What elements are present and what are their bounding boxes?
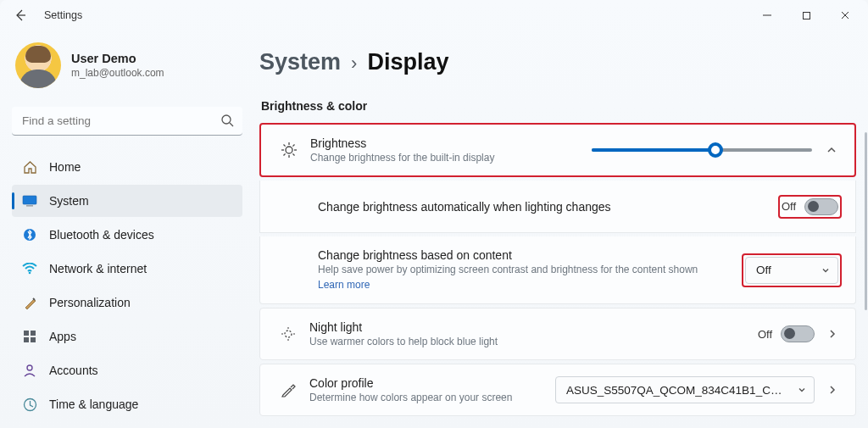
svg-rect-6 [24, 331, 29, 336]
chevron-up-icon [826, 144, 837, 156]
chevron-right-icon [826, 384, 838, 396]
sidebar-item-home[interactable]: Home [12, 151, 242, 183]
eyedropper-icon [275, 381, 301, 398]
auto-brightness-row: Change brightness automatically when lig… [259, 181, 856, 233]
apps-icon [22, 329, 37, 344]
night-light-icon [275, 325, 301, 342]
home-icon [22, 159, 37, 175]
sidebar-item-label: Apps [49, 330, 76, 343]
back-button[interactable] [8, 3, 32, 27]
scrollbar[interactable] [865, 132, 867, 310]
sidebar-item-accounts[interactable]: Accounts [12, 354, 242, 386]
chevron-down-icon [797, 385, 807, 395]
breadcrumb-current: Display [367, 49, 448, 75]
content-brightness-dropdown[interactable]: Off [745, 257, 838, 284]
svg-point-13 [285, 331, 292, 337]
brightness-title: Brightness [310, 136, 592, 150]
titlebar: Settings [0, 0, 868, 31]
brightness-slider[interactable] [592, 141, 812, 159]
nav-list: Home System Bluetooth & devices Network … [12, 151, 242, 420]
brightness-subtitle: Change brightness for the built-in displ… [310, 152, 592, 164]
breadcrumb: System › Display [259, 49, 856, 75]
clock-globe-icon [22, 397, 37, 412]
sidebar-item-label: System [49, 194, 89, 208]
svg-rect-2 [23, 196, 36, 204]
auto-brightness-title: Change brightness automatically when lig… [318, 200, 778, 214]
svg-point-5 [29, 272, 31, 275]
night-light-title: Night light [309, 320, 758, 334]
minimize-icon [762, 10, 772, 20]
sidebar-item-personalization[interactable]: Personalization [12, 286, 242, 319]
section-title: Brightness & color [261, 99, 856, 113]
color-profile-dropdown[interactable]: ASUS_S5507QA_QCOM_834C41B1_CMDEF [555, 376, 815, 403]
profile-block[interactable]: User Demo m_lab@outlook.com [12, 39, 242, 103]
night-light-state: Off [758, 328, 772, 341]
content-brightness-row: Change brightness based on content Help … [259, 236, 856, 304]
bluetooth-icon [22, 227, 37, 242]
avatar [15, 42, 61, 88]
accounts-icon [22, 363, 37, 378]
svg-point-1 [222, 115, 231, 124]
chevron-right-icon: › [351, 53, 357, 75]
svg-rect-7 [31, 331, 36, 336]
content-brightness-title: Change brightness based on content [318, 248, 742, 262]
color-profile-subtitle: Determine how colors appear on your scre… [309, 392, 555, 403]
window-title: Settings [44, 9, 82, 21]
main-panel: System › Display Brightness & color Brig… [254, 31, 868, 428]
sidebar-item-time-language[interactable]: Time & language [12, 388, 242, 420]
sidebar-item-label: Bluetooth & devices [49, 228, 154, 242]
sidebar: User Demo m_lab@outlook.com Home System [0, 31, 254, 428]
sidebar-item-label: Network & internet [49, 262, 147, 275]
brightness-row[interactable]: Brightness Change brightness for the bui… [259, 123, 856, 177]
user-email: m_lab@outlook.com [71, 67, 164, 79]
sidebar-item-label: Accounts [49, 364, 98, 377]
content-brightness-subtitle: Help save power by optimizing screen con… [318, 264, 742, 275]
learn-more-link[interactable]: Learn more [318, 279, 370, 291]
chevron-down-icon [821, 265, 831, 275]
system-icon [22, 193, 37, 208]
sidebar-item-label: Personalization [49, 296, 131, 309]
minimize-button[interactable] [748, 0, 787, 31]
auto-brightness-toggle[interactable] [804, 198, 838, 215]
search-icon [220, 114, 234, 131]
svg-point-12 [286, 147, 292, 153]
maximize-icon [802, 11, 811, 20]
auto-brightness-state: Off [782, 200, 796, 213]
maximize-button[interactable] [787, 0, 826, 31]
night-light-expand[interactable] [823, 328, 842, 340]
svg-rect-9 [31, 337, 36, 342]
sidebar-item-apps[interactable]: Apps [12, 320, 242, 353]
paintbrush-icon [22, 295, 37, 310]
settings-window: Settings User Demo m_lab@outlook.com [0, 0, 868, 428]
svg-point-10 [27, 365, 32, 370]
search-input[interactable] [12, 107, 242, 136]
content-brightness-value: Off [756, 264, 771, 276]
svg-rect-8 [24, 337, 29, 342]
close-button[interactable] [826, 0, 865, 31]
night-light-toggle[interactable] [781, 325, 815, 342]
color-profile-expand[interactable] [823, 384, 842, 396]
color-profile-title: Color profile [309, 376, 555, 390]
sidebar-item-label: Time & language [49, 397, 138, 411]
arrow-left-icon [14, 8, 27, 22]
night-light-row[interactable]: Night light Use warmer colors to help bl… [259, 308, 856, 360]
close-icon [840, 10, 850, 20]
wifi-icon [22, 261, 37, 276]
color-profile-value: ASUS_S5507QA_QCOM_834C41B1_CMDEF [566, 384, 787, 397]
collapse-button[interactable] [822, 144, 841, 156]
night-light-subtitle: Use warmer colors to help block blue lig… [309, 336, 758, 347]
brightness-icon [276, 142, 302, 158]
sidebar-item-bluetooth[interactable]: Bluetooth & devices [12, 219, 242, 251]
sidebar-item-network[interactable]: Network & internet [12, 253, 242, 285]
sidebar-item-system[interactable]: System [12, 185, 242, 217]
svg-rect-3 [26, 205, 33, 207]
chevron-right-icon [826, 328, 838, 340]
breadcrumb-parent[interactable]: System [259, 49, 341, 75]
svg-rect-0 [803, 12, 810, 19]
sidebar-item-label: Home [49, 160, 81, 174]
user-name: User Demo [71, 52, 164, 65]
color-profile-row[interactable]: Color profile Determine how colors appea… [259, 364, 856, 416]
search-box[interactable] [12, 107, 242, 136]
